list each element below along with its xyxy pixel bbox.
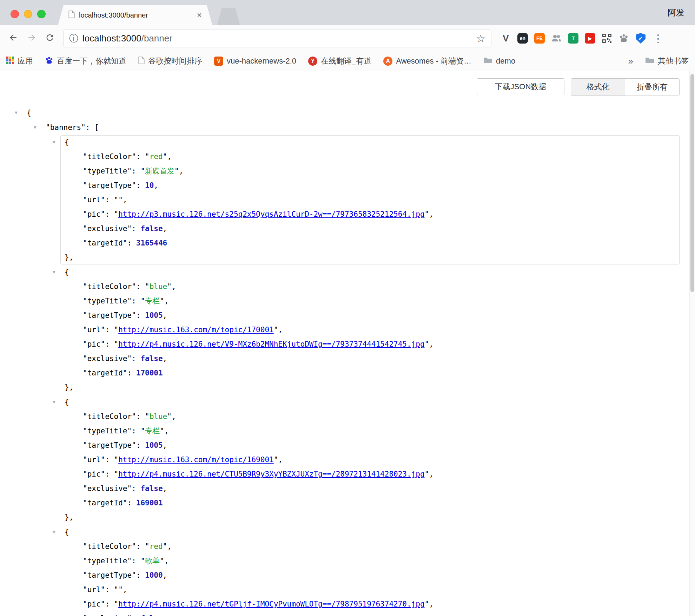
json-field: "exclusive": false, — [83, 611, 695, 616]
json-field: "pic": "http://p4.music.126.net/tGPljf-I… — [83, 597, 695, 611]
browser-tab[interactable]: localhost:3000/banner × — [58, 5, 212, 25]
profile-name[interactable]: 阿发 — [668, 7, 684, 18]
bookmark-google-sort[interactable]: 谷歌按时间排序 — [138, 56, 202, 66]
collapse-triangle-icon[interactable]: ▼ — [15, 105, 27, 120]
reload-button[interactable] — [42, 31, 58, 46]
json-field: "exclusive": false, — [83, 481, 695, 496]
json-number-value: 170001 — [136, 369, 163, 377]
json-link[interactable]: http://music.163.com/m/topic/169001 — [118, 456, 274, 464]
url-path: /banner — [141, 33, 172, 44]
tab-title: localhost:3000/banner — [79, 11, 193, 19]
collapse-triangle-icon[interactable]: ▼ — [34, 120, 46, 135]
vertical-scrollbar[interactable] — [689, 71, 695, 616]
paw-extension-icon[interactable] — [617, 32, 630, 45]
collapse-all-button[interactable]: 折叠所有 — [625, 79, 679, 96]
json-string-value: blue — [150, 412, 167, 421]
page-icon — [138, 57, 145, 66]
json-object-close: }, — [65, 250, 695, 265]
json-link[interactable]: http://music.163.com/m/topic/170001 — [118, 326, 274, 334]
back-button[interactable] — [6, 31, 21, 46]
json-string-value: 专栏 — [145, 427, 160, 435]
json-field: "targetId": 170001 — [83, 366, 695, 380]
json-field: "titleColor": "red", — [83, 539, 695, 554]
browser-menu-icon[interactable]: ⋮ — [653, 32, 663, 45]
bookmark-apps[interactable]: 应用 — [6, 56, 33, 66]
tab-close-icon[interactable]: × — [197, 11, 202, 19]
minimize-window-button[interactable] — [24, 10, 32, 18]
forward-button[interactable] — [24, 31, 39, 46]
download-json-button[interactable]: 下载JSON数据 — [477, 78, 564, 95]
json-field: "titleColor": "blue", — [83, 280, 695, 294]
json-object: ▼{"titleColor": "red","typeTitle": "歌单",… — [0, 525, 695, 616]
json-field: "exclusive": false, — [83, 352, 695, 366]
tampermonkey-extension-icon[interactable]: T — [567, 32, 580, 45]
awesomes-favicon: A — [383, 57, 392, 66]
json-object-open: ▼{ — [53, 395, 695, 409]
collapse-triangle-icon[interactable]: ▼ — [53, 265, 65, 279]
bookmarks-bar: 应用 百度一下，你就知道 谷歌按时间排序 V vue-hackernews-2.… — [0, 51, 695, 71]
json-string-value: blue — [150, 282, 167, 291]
json-root-open: ▼{ — [15, 105, 695, 120]
json-field: "targetType": 1005, — [83, 308, 695, 323]
json-link[interactable]: http://p4.music.126.net/CTU5B9R9y3XyYBZX… — [118, 470, 424, 478]
json-number-value: false — [140, 224, 163, 233]
json-field: "targetType": 1005, — [83, 438, 695, 453]
json-number-value: 1000 — [145, 571, 163, 579]
json-object-close: }, — [65, 510, 695, 525]
close-window-button[interactable] — [11, 10, 19, 18]
json-field: "targetType": 1000, — [83, 568, 695, 583]
bookmark-star-icon[interactable]: ☆ — [476, 32, 485, 45]
bookmarks-overflow-icon[interactable]: » — [628, 56, 633, 67]
other-bookmarks[interactable]: 其他书签 — [645, 56, 689, 66]
bookmark-youdao[interactable]: Y 在线翻译_有道 — [308, 56, 371, 66]
json-object: ▼{"titleColor": "blue","typeTitle": "专栏"… — [0, 265, 695, 395]
browser-toolbar: ⓘ localhost:3000/banner ☆ V en FE T ▶ ✓ — [0, 25, 695, 51]
address-bar[interactable]: ⓘ localhost:3000/banner ☆ — [63, 29, 491, 47]
json-field: "typeTitle": "歌单", — [83, 554, 695, 568]
json-field: "titleColor": "red", — [83, 150, 695, 164]
vimium-extension-icon[interactable]: V — [499, 32, 512, 45]
json-field: "targetId": 3165446 — [83, 236, 695, 250]
json-link[interactable]: http://p4.music.126.net/tGPljf-IMOCyPvum… — [118, 600, 424, 608]
bookmark-baidu[interactable]: 百度一下，你就知道 — [45, 56, 126, 66]
folder-icon — [645, 57, 654, 65]
json-link[interactable]: http://p3.music.126.net/s25q2x5QyqsAzilC… — [118, 210, 424, 218]
baidu-paw-icon — [45, 56, 53, 66]
users-extension-icon[interactable] — [550, 32, 563, 45]
collapse-triangle-icon[interactable]: ▼ — [53, 135, 65, 149]
json-field: "url": "", — [83, 193, 695, 207]
vue-favicon: V — [214, 57, 223, 66]
json-number-value: 1005 — [145, 441, 163, 450]
qrcode-extension-icon[interactable] — [600, 32, 614, 45]
json-number-value: 1005 — [145, 311, 163, 320]
new-tab-button[interactable] — [217, 8, 240, 25]
scrollbar-thumb[interactable] — [690, 74, 694, 292]
json-string-value: 专栏 — [145, 297, 160, 305]
json-number-value: false — [140, 354, 163, 363]
back-arrow-icon — [8, 32, 19, 44]
json-string-value: red — [150, 152, 163, 161]
zoom-window-button[interactable] — [37, 10, 46, 18]
json-object-open: ▼{ — [53, 525, 695, 539]
json-number-value: 10 — [145, 181, 154, 190]
json-field: "targetId": 169001 — [83, 496, 695, 510]
fehelper-extension-icon[interactable]: FE — [533, 32, 546, 45]
bookmark-vue-hackernews[interactable]: V vue-hackernews-2.0 — [214, 57, 296, 66]
format-button[interactable]: 格式化 — [571, 79, 625, 96]
page-info-icon[interactable]: ⓘ — [69, 32, 78, 45]
window-controls — [11, 10, 46, 18]
json-field: "typeTitle": "新碟首发", — [83, 164, 695, 178]
json-number-value: 3165446 — [136, 239, 167, 247]
bookmark-demo-folder[interactable]: demo — [483, 57, 515, 66]
collapse-triangle-icon[interactable]: ▼ — [53, 395, 65, 409]
translate-en-extension-icon[interactable]: en — [516, 32, 529, 45]
json-field: "exclusive": false, — [83, 222, 695, 236]
json-link[interactable]: http://p4.music.126.net/V9-MXz6b2MNhEKju… — [118, 340, 424, 348]
youtube-extension-icon[interactable]: ▶ — [583, 32, 597, 45]
json-tree: ▼{▼"banners": [▼{"titleColor": "red","ty… — [0, 71, 695, 616]
collapse-triangle-icon[interactable]: ▼ — [53, 525, 65, 539]
bookmark-awesomes[interactable]: A Awesomes - 前端资… — [383, 56, 471, 66]
shield-check-extension-icon[interactable]: ✓ — [634, 32, 647, 45]
json-field: "url": "http://music.163.com/m/topic/169… — [83, 453, 695, 467]
json-field: "pic": "http://p4.music.126.net/V9-MXz6b… — [83, 337, 695, 352]
